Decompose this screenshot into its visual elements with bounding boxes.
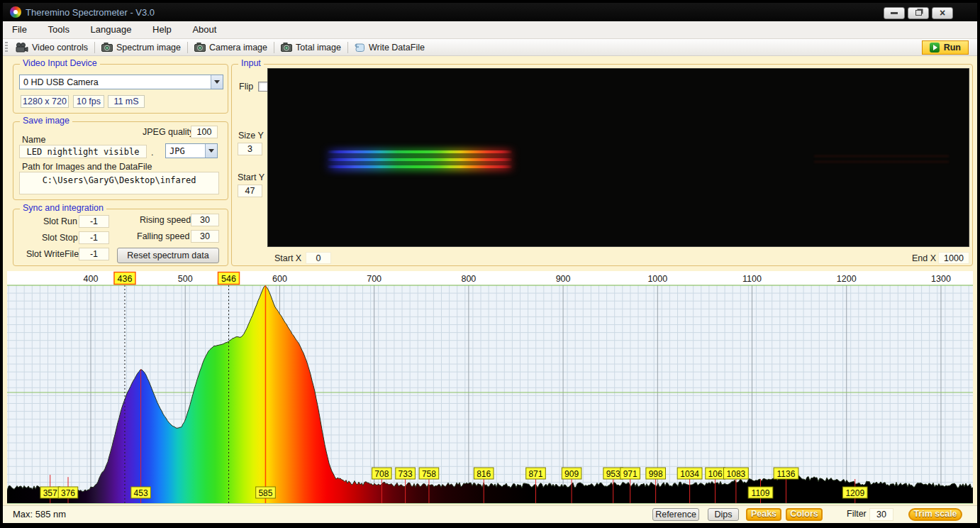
close-button[interactable]: × <box>932 7 953 19</box>
peak-label: 708 <box>374 469 389 479</box>
falling-speed-value[interactable]: 30 <box>191 230 219 243</box>
app-logo-icon <box>10 6 21 18</box>
rising-speed-value[interactable]: 30 <box>191 214 219 226</box>
x-tick-label: 600 <box>272 274 287 284</box>
window-title: Theremino Spectrometer - V3.0 <box>26 7 155 18</box>
spectrum-stripe <box>327 150 513 153</box>
peak-label: 1209 <box>845 488 864 498</box>
camera-preview <box>267 68 969 247</box>
extension-select[interactable]: JPG <box>165 143 218 158</box>
video-controls-button[interactable]: Video controls <box>10 40 94 55</box>
reset-spectrum-button[interactable]: Reset spectrum data <box>117 248 219 263</box>
spectrum-image-button[interactable]: Spectrum image <box>96 40 186 55</box>
peak-label: 376 <box>61 488 75 498</box>
peak-label: 1034 <box>680 469 699 479</box>
peak-label: 871 <box>528 469 542 479</box>
calibration-label: 436 <box>118 274 133 284</box>
chevron-down-icon <box>214 80 220 84</box>
minimize-button[interactable] <box>884 7 905 19</box>
dips-button[interactable]: Dips <box>708 508 739 521</box>
spectrum-plot: 4005006007008009001000110012001300436546… <box>7 271 973 504</box>
slot-writefile-label: Slot WriteFile <box>26 249 79 259</box>
peak-label: 106 <box>708 469 723 479</box>
rising-speed-label: Rising speed <box>140 215 191 225</box>
peak-label: 357 <box>43 488 57 498</box>
video-device-select[interactable]: 0 HD USB Camera <box>19 75 223 89</box>
video-device-value: 0 HD USB Camera <box>20 77 211 87</box>
x-tick-label: 500 <box>178 274 193 284</box>
scroll-icon <box>355 43 365 53</box>
run-button[interactable]: Run <box>922 40 969 55</box>
peak-label: 998 <box>649 469 663 479</box>
video-camera-icon <box>16 43 28 53</box>
video-input-group-label: Video Input Device <box>20 58 100 68</box>
menu-language[interactable]: Language <box>82 21 141 39</box>
status-bar: Max: 585 nm Reference Dips Peaks Colors … <box>3 505 977 523</box>
start-x-value[interactable]: 0 <box>306 252 331 264</box>
colors-button[interactable]: Colors <box>786 508 823 521</box>
sync-group-label: Sync and integration <box>20 203 106 213</box>
chevron-down-icon <box>208 149 214 153</box>
toolbar-separator <box>347 42 348 53</box>
write-datafile-label: Write DataFile <box>369 43 425 53</box>
slot-run-value[interactable]: -1 <box>79 215 109 228</box>
peak-label: 909 <box>564 469 579 479</box>
menu-help[interactable]: Help <box>143 21 181 39</box>
toolbar-grip <box>5 42 8 53</box>
end-x-value[interactable]: 1000 <box>938 252 969 264</box>
x-tick-label: 1300 <box>931 274 951 284</box>
jpeg-quality-value[interactable]: 100 <box>191 126 218 138</box>
peaks-button[interactable]: Peaks <box>746 508 781 521</box>
dropdown-button[interactable] <box>205 144 217 158</box>
size-y-value[interactable]: 3 <box>238 143 262 155</box>
name-ext-dot: . <box>151 148 153 158</box>
spectrum-image-label: Spectrum image <box>116 43 181 53</box>
name-input[interactable]: LED nightlight visible <box>19 145 147 158</box>
camera-image-button[interactable]: Camera image <box>189 40 273 55</box>
trim-scale-button[interactable]: Trim scale <box>908 508 962 521</box>
x-tick-label: 900 <box>556 274 571 284</box>
faint-ir-smear <box>814 153 949 163</box>
slot-writefile-value[interactable]: -1 <box>79 248 109 260</box>
input-group-label: Input <box>238 58 264 68</box>
camera-icon <box>281 43 292 52</box>
total-image-button[interactable]: Total image <box>275 40 347 55</box>
play-icon <box>930 43 940 53</box>
peak-label: 1109 <box>752 488 770 498</box>
toolbar: Video controls Spectrum image Camera ima… <box>3 39 977 56</box>
jpeg-quality-label: JPEG quality <box>143 127 194 137</box>
toolbar-separator <box>94 42 95 53</box>
restore-button[interactable] <box>908 7 929 19</box>
slot-run-label: Slot Run <box>43 216 77 226</box>
camera-icon <box>101 43 113 52</box>
video-controls-label: Video controls <box>32 43 88 53</box>
restore-icon <box>915 10 922 16</box>
dropdown-button[interactable] <box>211 75 223 89</box>
title-bar: Theremino Spectrometer - V3.0 × <box>3 3 977 21</box>
peak-label: 1083 <box>727 469 746 479</box>
size-y-label: Size Y <box>238 131 264 141</box>
menu-file[interactable]: File <box>3 21 36 39</box>
total-image-label: Total image <box>296 43 341 53</box>
write-datafile-button[interactable]: Write DataFile <box>349 40 430 55</box>
slot-stop-value[interactable]: -1 <box>79 231 109 244</box>
end-x-label: End X <box>912 253 936 263</box>
x-tick-label: 800 <box>461 274 476 284</box>
x-tick-label: 1000 <box>647 274 667 284</box>
peak-label: 816 <box>477 469 491 479</box>
save-image-group-label: Save image <box>20 116 72 126</box>
flip-checkbox[interactable] <box>258 82 268 92</box>
start-y-value[interactable]: 47 <box>238 185 262 197</box>
camera-icon <box>194 43 206 52</box>
video-input-group: Video Input Device 0 HD USB Camera 1280 … <box>13 64 228 114</box>
spectrum-stripe <box>327 158 513 161</box>
reference-button[interactable]: Reference <box>652 508 699 521</box>
peak-label: 953 <box>606 469 620 479</box>
filter-value[interactable]: 30 <box>869 508 893 521</box>
menu-tools[interactable]: Tools <box>39 21 79 39</box>
start-x-label: Start X <box>274 253 301 263</box>
menu-about[interactable]: About <box>183 21 225 39</box>
app-window: Theremino Spectrometer - V3.0 × File Too… <box>0 0 980 528</box>
path-value[interactable]: C:\Users\GaryG\Desktop\infared <box>19 172 219 194</box>
input-group: Input Flip Size Y 3 Start Y 47 Start X 0… <box>231 64 973 266</box>
